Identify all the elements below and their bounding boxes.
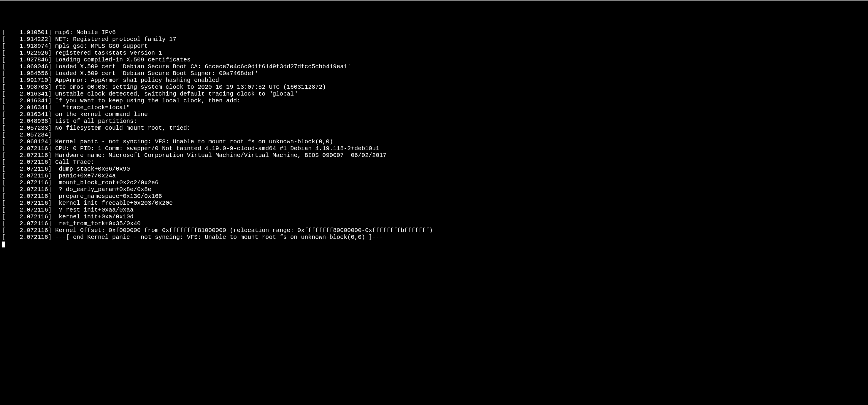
log-line: [ 1.922926] registered taskstats version… [2,50,866,56]
log-line: [ 1.918974] mpls_gso: MPLS GSO support [2,43,866,50]
log-line: [ 1.984556] Loaded X.509 cert 'Debian Se… [2,70,866,77]
kernel-console-output: [ 1.910501] mip6: Mobile IPv6[ 1.914222]… [2,29,866,241]
log-line: [ 2.072116] panic+0xe7/0x24a [2,173,866,179]
text-cursor [2,242,5,247]
log-line: [ 2.016341] "trace_clock=local" [2,104,866,111]
log-line: [ 2.072116] Kernel Offset: 0xf000000 fro… [2,227,866,234]
log-line: [ 2.072116] ? do_early_param+0x8e/0x8e [2,186,866,193]
log-line: [ 1.914222] NET: Registered protocol fam… [2,36,866,43]
log-line: [ 2.057234] [2,131,866,138]
log-line: [ 2.072116] kernel_init_freeable+0x203/0… [2,200,866,207]
log-line: [ 2.068124] Kernel panic - not syncing: … [2,138,866,145]
log-line: [ 2.072116] prepare_namespace+0x130/0x16… [2,193,866,200]
log-line: [ 2.048938] List of all partitions: [2,118,866,125]
log-line: [ 2.072116] CPU: 0 PID: 1 Comm: swapper/… [2,145,866,152]
log-line: [ 1.927846] Loading compiled-in X.509 ce… [2,56,866,63]
log-line: [ 1.998703] rtc_cmos 00:00: setting syst… [2,84,866,91]
log-line: [ 2.016341] If you want to keep using th… [2,97,866,104]
log-line: [ 2.072116] kernel_init+0xa/0x10d [2,213,866,220]
log-line: [ 2.072116] Hardware name: Microsoft Cor… [2,152,866,159]
log-line: [ 2.057233] No filesystem could mount ro… [2,125,866,131]
log-line: [ 2.016341] Unstable clock detected, swi… [2,91,866,97]
log-line: [ 1.991710] AppArmor: AppArmor sha1 poli… [2,77,866,84]
log-line: [ 2.016341] on the kernel command line [2,111,866,118]
log-line: [ 2.072116] mount_block_root+0x2c2/0x2e6 [2,179,866,186]
log-line: [ 1.969046] Loaded X.509 cert 'Debian Se… [2,63,866,70]
log-line: [ 2.072116] dump_stack+0x66/0x90 [2,165,866,173]
log-line: [ 1.910501] mip6: Mobile IPv6 [2,29,866,36]
log-line: [ 2.072116] ret_from_fork+0x35/0x40 [2,220,866,227]
log-line: [ 2.072116] Call Trace: [2,159,866,165]
log-line: [ 2.072116] ---[ end Kernel panic - not … [2,234,866,241]
log-line: [ 2.072116] ? rest_init+0xaa/0xaa [2,207,866,213]
